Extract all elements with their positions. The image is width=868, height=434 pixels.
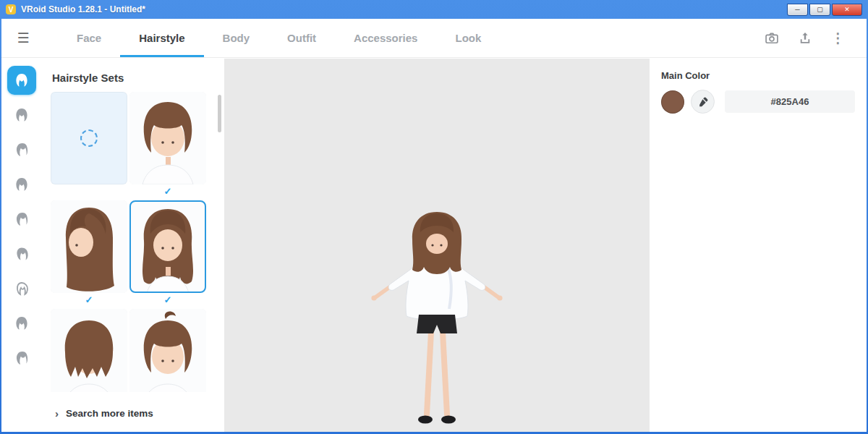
- vroid-logo-icon: V: [6, 4, 16, 14]
- hair-category-icon[interactable]: [7, 170, 36, 199]
- panel-title: Hairstyle Sets: [42, 59, 224, 92]
- camera-icon[interactable]: [765, 31, 779, 46]
- maximize-button[interactable]: ▢: [809, 4, 830, 16]
- check-row: [51, 184, 127, 200]
- main-color-label: Main Color: [661, 70, 855, 81]
- minimize-button[interactable]: ─: [787, 4, 808, 16]
- hair-category-icon[interactable]: [7, 239, 36, 268]
- hairstyle-thumbnail[interactable]: [129, 309, 206, 392]
- titlebar[interactable]: V VRoid Studio 1.28.1 - Untitled* ─ ▢ ✕: [0, 0, 868, 19]
- search-more-label: Search more items: [66, 408, 153, 419]
- tab-outfit[interactable]: Outfit: [268, 19, 335, 57]
- applied-check-icon: ✓: [129, 293, 206, 309]
- color-swatch[interactable]: [661, 90, 684, 114]
- hair-category-icon[interactable]: [7, 101, 36, 129]
- tab-face[interactable]: Face: [58, 19, 120, 57]
- export-icon[interactable]: [798, 31, 812, 46]
- window-title: VRoid Studio 1.28.1 - Untitled*: [21, 4, 145, 14]
- properties-panel: Main Color #825A46: [650, 59, 867, 432]
- app-window: V VRoid Studio 1.28.1 - Untitled* ─ ▢ ✕ …: [0, 0, 868, 434]
- search-more-items-link[interactable]: › Search more items: [42, 394, 217, 432]
- hair-category-icon[interactable]: [7, 205, 36, 234]
- tab-look[interactable]: Look: [436, 19, 500, 57]
- panel-scrollbar[interactable]: [218, 95, 221, 132]
- color-hex-field[interactable]: #825A46: [725, 90, 855, 113]
- tab-bar: Face Hairstyle Body Outfit Accessories L…: [58, 19, 500, 57]
- close-button[interactable]: ✕: [832, 4, 862, 16]
- eyedropper-button[interactable]: [691, 90, 715, 114]
- hairstyle-thumbnail-selected[interactable]: [129, 200, 206, 293]
- more-options-icon[interactable]: ⋮: [831, 30, 845, 46]
- hairstyle-thumbnail[interactable]: [51, 309, 127, 392]
- tab-accessories[interactable]: Accessories: [335, 19, 436, 57]
- character-model: [361, 209, 513, 427]
- hairstyle-thumbnail-none[interactable]: [51, 92, 127, 184]
- hairstyle-thumbnail[interactable]: [51, 200, 127, 293]
- menubar: ☰ Face Hairstyle Body Outfit Accessories…: [1, 19, 867, 58]
- hamburger-menu-icon[interactable]: ☰: [1, 19, 45, 57]
- hair-category-icon[interactable]: [7, 135, 36, 164]
- applied-check-icon: ✓: [129, 184, 206, 200]
- model-viewport[interactable]: [224, 59, 650, 432]
- hair-category-icon[interactable]: [7, 344, 36, 373]
- chevron-right-icon: ›: [55, 407, 59, 420]
- hair-category-icon[interactable]: [7, 309, 36, 338]
- hairstyle-sets-panel: Hairstyle Sets: [42, 59, 224, 432]
- tab-body[interactable]: Body: [204, 19, 269, 57]
- hair-category-sets-icon[interactable]: [7, 66, 36, 95]
- tab-hairstyle[interactable]: Hairstyle: [120, 19, 203, 57]
- none-option-icon: [80, 129, 98, 147]
- hairstyle-thumbnail-grid: ✓ ✓: [42, 92, 224, 392]
- hair-category-rail: [1, 59, 42, 432]
- hair-category-icon[interactable]: [7, 274, 36, 303]
- hairstyle-thumbnail[interactable]: [129, 92, 206, 184]
- applied-check-icon: ✓: [51, 293, 127, 309]
